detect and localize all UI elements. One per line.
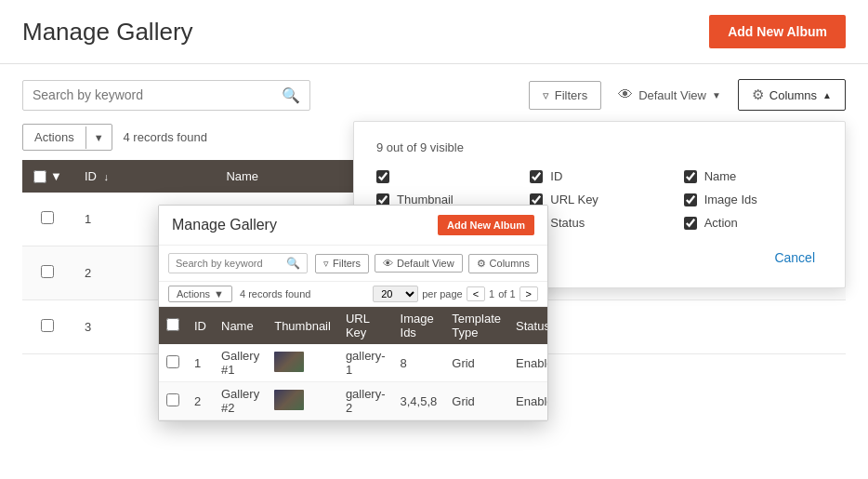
filters-button[interactable]: ▿ Filters: [529, 81, 601, 110]
inner-header-template-type: Template Type: [444, 307, 508, 344]
inner-row-image-ids: 3,4,5,8: [393, 382, 445, 420]
col-checkbox-image-ids[interactable]: [684, 193, 697, 206]
cancel-button[interactable]: Cancel: [767, 246, 822, 269]
header-id[interactable]: ID ↓: [73, 160, 216, 193]
inner-row-name: Gallery #2: [214, 382, 267, 420]
inner-search-box: 🔍: [168, 253, 308, 273]
eye-icon: 👁: [618, 86, 633, 103]
inner-thumbnail-image: [274, 352, 304, 372]
header-checkbox-col: ▼: [22, 160, 73, 193]
row-checkbox[interactable]: [41, 211, 54, 224]
inner-popup-title: Manage Gallery: [172, 217, 277, 233]
inner-popup-header: Manage Gallery Add New Album: [159, 206, 547, 246]
inner-records-found: 4 records found: [240, 288, 310, 299]
page-header: Manage Gallery Add New Album: [0, 0, 868, 64]
col-checkbox-id[interactable]: [530, 170, 543, 183]
col-check-id: ID: [530, 169, 668, 183]
default-view-button[interactable]: 👁 Default View ▼: [609, 80, 730, 110]
inner-page-total: of 1: [498, 288, 515, 299]
actions-arrow-icon: ▼: [85, 126, 112, 149]
col-checkbox-blank[interactable]: [376, 170, 389, 183]
inner-row-status: Enabled: [508, 382, 548, 420]
page-title: Manage Gallery: [22, 18, 193, 47]
inner-actions-bar: Actions ▼ 4 records found 20 50 100 per …: [159, 282, 547, 307]
inner-filters-button[interactable]: ▿ Filters: [315, 254, 369, 273]
inner-row-template-type: Grid: [444, 382, 508, 420]
col-label-url-key: URL Key: [550, 193, 598, 206]
header-caret-icon[interactable]: ▼: [50, 169, 62, 183]
inner-search-icon[interactable]: 🔍: [286, 257, 300, 270]
inner-row-url-key: gallery-1: [338, 344, 393, 382]
col-checkbox-action[interactable]: [684, 217, 697, 230]
inner-per-page-select[interactable]: 20 50 100: [373, 286, 418, 302]
search-input[interactable]: [33, 87, 282, 102]
row-checkbox-cell: [22, 246, 73, 300]
col-label-id: ID: [550, 169, 562, 183]
inner-header-thumbnail: Thumbnail: [267, 307, 338, 344]
row-checkbox[interactable]: [41, 319, 54, 332]
inner-row-name: Gallery #1: [214, 344, 267, 382]
columns-visible-count: 9 out of 9 visible: [376, 140, 822, 154]
add-new-album-button[interactable]: Add New Album: [709, 15, 846, 48]
col-label-status: Status: [550, 216, 585, 230]
inner-header-checkbox: [159, 307, 187, 344]
inner-table: ID Name Thumbnail URL Key Image Ids Temp…: [159, 307, 548, 420]
inner-prev-page-button[interactable]: <: [467, 286, 485, 301]
inner-per-page-label: per page: [422, 288, 462, 299]
col-checkbox-name[interactable]: [684, 170, 697, 183]
inner-page-number: 1: [489, 288, 494, 299]
inner-row-checkbox-cell: [159, 344, 187, 382]
inner-search-input[interactable]: [176, 258, 286, 269]
inner-pagination: < 1 of 1 >: [467, 286, 538, 301]
inner-eye-icon: 👁: [383, 258, 393, 269]
inner-filters-label: Filters: [333, 258, 361, 269]
filter-icon: ▿: [543, 88, 549, 102]
inner-header-name: Name: [214, 307, 267, 344]
inner-row-image-ids: 8: [393, 344, 445, 382]
inner-header-image-ids: Image Ids: [393, 307, 445, 344]
columns-button[interactable]: ⚙ Columns ▲: [738, 79, 846, 111]
inner-select-all[interactable]: [166, 318, 179, 331]
records-found: 4 records found: [124, 130, 207, 144]
col-check-url-key: URL Key: [530, 193, 668, 206]
inner-next-page-button[interactable]: >: [519, 286, 538, 301]
inner-table-row: 1 Gallery #1 gallery-1 8 Grid Enabled Ed…: [159, 344, 548, 382]
caret-up-icon: ▲: [822, 90, 832, 100]
inner-row-checkbox[interactable]: [166, 393, 179, 406]
search-icon[interactable]: 🔍: [282, 86, 300, 104]
filters-label: Filters: [555, 88, 587, 102]
col-label-action: Action: [704, 216, 738, 230]
row-checkbox-cell: [22, 193, 73, 246]
inner-actions-dropdown[interactable]: Actions ▼: [168, 286, 232, 302]
inner-header-status: Status: [508, 307, 548, 344]
caret-down-icon: ▼: [712, 90, 721, 100]
inner-row-id: 1: [187, 344, 214, 382]
search-box: 🔍: [22, 80, 310, 111]
actions-dropdown[interactable]: Actions ▼: [22, 124, 112, 151]
inner-columns-label: Columns: [490, 258, 530, 269]
inner-right-toolbar: ▿ Filters 👁 Default View ⚙ Columns: [315, 254, 538, 273]
row-checkbox[interactable]: [41, 265, 54, 278]
inner-default-view-button[interactable]: 👁 Default View: [375, 254, 463, 273]
inner-actions-label: Actions: [177, 288, 210, 299]
col-label-image-ids: Image Ids: [704, 193, 757, 206]
page-wrapper: Manage Gallery Add New Album 🔍 ▿ Filters…: [0, 0, 868, 479]
inner-row-checkbox[interactable]: [166, 355, 179, 368]
select-all-checkbox[interactable]: [33, 170, 46, 183]
row-url-key: [690, 300, 846, 354]
inner-gear-icon: ⚙: [477, 258, 486, 270]
inner-row-status: Enabled: [508, 344, 548, 382]
inner-row-id: 2: [187, 382, 214, 420]
inner-header-row: ID Name Thumbnail URL Key Image Ids Temp…: [159, 307, 548, 344]
inner-thumbnail-image: [274, 390, 304, 410]
inner-columns-button[interactable]: ⚙ Columns: [468, 254, 538, 273]
inner-row-checkbox-cell: [159, 382, 187, 420]
inner-add-button[interactable]: Add New Album: [438, 215, 534, 235]
inner-filter-icon: ▿: [323, 258, 329, 270]
col-check-action: Action: [684, 216, 822, 230]
inner-popup: Manage Gallery Add New Album 🔍 ▿ Filters…: [158, 205, 548, 421]
inner-row-thumbnail: [267, 382, 338, 420]
inner-per-page: 20 50 100 per page < 1 of 1 >: [373, 286, 538, 302]
inner-header-url-key: URL Key: [338, 307, 393, 344]
col-label-name: Name: [704, 169, 737, 183]
